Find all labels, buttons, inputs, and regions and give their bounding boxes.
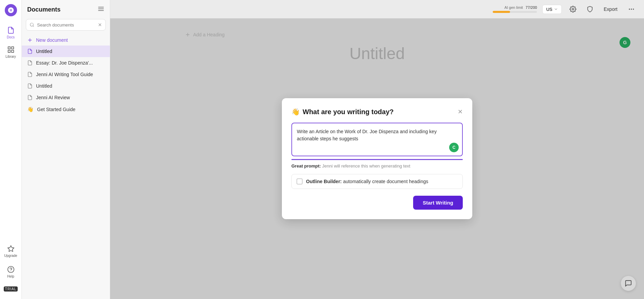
- svg-point-15: [629, 9, 630, 10]
- outline-builder-checkbox[interactable]: [296, 178, 303, 184]
- modal-footer: Start Writing: [291, 196, 463, 210]
- svg-point-17: [633, 9, 634, 10]
- svg-line-11: [33, 26, 34, 27]
- doc-list-item[interactable]: 👋 Get Started Guide: [22, 103, 110, 116]
- icon-sidebar-bottom: Upgrade Help TRIAL: [4, 242, 18, 295]
- doc-list-item[interactable]: Jenni AI Writing Tool Guide: [22, 69, 110, 80]
- sidebar-item-badge[interactable]: TRIAL: [4, 283, 18, 295]
- sidebar-item-upgrade[interactable]: Upgrade: [4, 242, 18, 261]
- settings-icon[interactable]: [567, 3, 579, 15]
- modal-textarea[interactable]: Write an Article on the Work of Dr. Joe …: [297, 128, 457, 150]
- svg-point-16: [631, 9, 632, 10]
- sidebar-item-help[interactable]: Help: [4, 262, 18, 282]
- outline-builder-label: Outline Builder: automatically create do…: [306, 179, 428, 184]
- svg-rect-1: [11, 47, 13, 49]
- svg-rect-3: [8, 50, 10, 52]
- outline-rest-label: automatically create document headings: [343, 179, 428, 184]
- modal-title-emoji: 👋: [291, 108, 300, 116]
- writing-modal: 👋 What are you writing today? ✕ Write an…: [282, 98, 472, 219]
- ai-gen-limit-bar-container: [493, 11, 537, 13]
- modal-header: 👋 What are you writing today? ✕: [291, 108, 463, 116]
- modal-overlay: 👋 What are you writing today? ✕ Write an…: [110, 18, 644, 299]
- clear-search-icon[interactable]: ✕: [98, 22, 102, 28]
- doc-name: Essay: Dr. Joe Dispenza'...: [36, 60, 93, 66]
- app-logo[interactable]: [5, 4, 17, 16]
- doc-content: Add a Heading Untitled G 👋 What are you …: [110, 18, 644, 299]
- more-options-icon[interactable]: [626, 3, 637, 15]
- search-bar: ✕: [26, 19, 106, 31]
- us-label: US: [546, 7, 552, 12]
- doc-name: Jenni AI Review: [36, 95, 70, 100]
- doc-sidebar-title: Documents: [27, 6, 61, 13]
- doc-sidebar-header: Documents: [22, 5, 110, 19]
- doc-name: Untitled: [36, 83, 52, 89]
- doc-name: Get Started Guide: [37, 107, 75, 112]
- main-area: AI gen limit 77/200 US Export: [110, 0, 644, 299]
- sidebar-item-library[interactable]: Library: [0, 42, 21, 62]
- modal-hint-prefix: Great prompt:: [291, 163, 321, 169]
- sidebar-item-docs-label: Docs: [7, 35, 15, 39]
- new-document-button[interactable]: New document: [22, 35, 110, 46]
- outline-bold-label: Outline Builder:: [306, 179, 342, 184]
- doc-list-item[interactable]: Untitled: [22, 80, 110, 92]
- ai-gen-count: 77/200: [526, 5, 537, 10]
- doc-list-item[interactable]: Essay: Dr. Joe Dispenza'...: [22, 57, 110, 69]
- search-icon: [30, 22, 34, 27]
- doc-list-item[interactable]: Jenni AI Review: [22, 92, 110, 103]
- shield-icon[interactable]: [584, 3, 596, 15]
- modal-close-button[interactable]: ✕: [458, 109, 463, 115]
- new-document-label: New document: [36, 37, 68, 43]
- doc-name: Untitled: [36, 49, 52, 54]
- sidebar-item-docs[interactable]: Docs: [0, 23, 21, 42]
- sidebar-item-library-label: Library: [5, 55, 16, 58]
- menu-icon[interactable]: [98, 5, 104, 14]
- start-writing-button[interactable]: Start Writing: [413, 196, 463, 210]
- modal-textarea-container: Write an Article on the Work of Dr. Joe …: [291, 123, 463, 156]
- sidebar-item-help-label: Help: [7, 275, 14, 278]
- svg-rect-2: [11, 50, 13, 52]
- top-bar: AI gen limit 77/200 US Export: [110, 0, 644, 18]
- svg-point-14: [572, 8, 574, 10]
- svg-marker-4: [7, 246, 14, 251]
- modal-user-icon: C: [449, 143, 459, 152]
- ai-gen-limit-bar: [493, 11, 510, 13]
- icon-sidebar: Docs Library Upgrade Help TRIAL: [0, 0, 22, 299]
- ai-gen-limit-label: AI gen limit: [504, 5, 523, 10]
- modal-title-text: What are you writing today?: [303, 108, 394, 116]
- modal-progress-bar: [291, 159, 463, 160]
- outline-builder-row[interactable]: Outline Builder: automatically create do…: [291, 174, 463, 189]
- us-selector[interactable]: US: [542, 5, 561, 14]
- ai-gen-limit: AI gen limit 77/200: [493, 5, 537, 13]
- modal-title: 👋 What are you writing today?: [291, 108, 394, 116]
- doc-list-item[interactable]: Untitled: [22, 46, 110, 57]
- doc-name: Jenni AI Writing Tool Guide: [36, 72, 93, 77]
- svg-rect-0: [8, 47, 10, 49]
- sidebar-item-upgrade-label: Upgrade: [4, 254, 17, 258]
- doc-sidebar: Documents ✕ New document Untitled: [22, 0, 110, 299]
- search-input[interactable]: [37, 22, 95, 28]
- export-button[interactable]: Export: [601, 5, 620, 14]
- modal-hint: Great prompt: Jenni will reference this …: [291, 163, 463, 169]
- modal-hint-text: Jenni will reference this when generatin…: [322, 163, 410, 169]
